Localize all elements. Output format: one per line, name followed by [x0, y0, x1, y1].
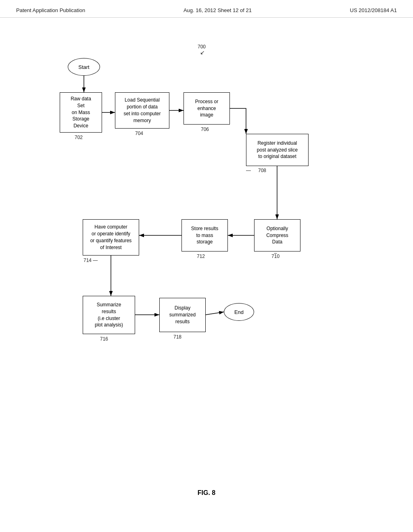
diagram-number: 700 — [198, 44, 206, 50]
label-702: 702 — [75, 135, 83, 140]
svg-line-9 — [206, 312, 224, 315]
arrows — [0, 22, 413, 485]
node-706: Process or enhance image — [184, 92, 230, 125]
header-left: Patent Application Publication — [16, 7, 85, 13]
label-704: 704 — [135, 131, 143, 136]
end-node: End — [224, 303, 254, 321]
diagram: 700 ↙ Start Raw data Set on Mass Storage… — [0, 22, 413, 485]
header-right: US 2012/208184 A1 — [350, 7, 397, 13]
start-node: Start — [68, 58, 100, 76]
node-716: Summarize results (i.e cluster plot anal… — [83, 296, 135, 334]
node-714: Have computer or operate identify or qua… — [83, 219, 139, 256]
node-702: Raw data Set on Mass Storage Device — [60, 92, 102, 133]
fig-caption: FIG. 8 — [0, 489, 413, 505]
label-712: 712 — [197, 254, 205, 259]
label-710: 710 — [271, 254, 280, 259]
node-712: Store results to mass storage — [181, 219, 228, 251]
label-718: 718 — [173, 334, 181, 340]
node-718: Display summarized results — [159, 298, 206, 332]
diagram-arrow-label: ↙ — [200, 49, 205, 56]
node-710: Optionally Compress Data — [254, 219, 300, 251]
node-708: Register individual post analyzed slice … — [246, 134, 309, 166]
label-716: 716 — [100, 336, 108, 342]
header-middle: Aug. 16, 2012 Sheet 12 of 21 — [184, 7, 252, 13]
label-708-dash: — — [246, 168, 251, 173]
label-708: 708 — [258, 168, 266, 173]
node-704: Load Sequential portion of data set into… — [115, 92, 169, 129]
label-706: 706 — [201, 127, 209, 132]
label-714-dash: 714 — — [83, 258, 98, 263]
